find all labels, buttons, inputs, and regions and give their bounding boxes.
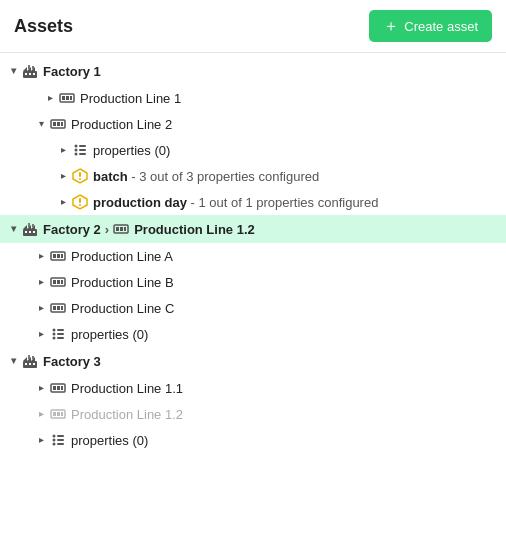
chevron-prodday [56,195,70,209]
page-title: Assets [14,16,73,37]
line-label: Production Line A [71,249,173,264]
list-item[interactable]: Production Line B [0,269,506,295]
chevron-factory1 [6,64,20,78]
batch-icon [72,168,88,184]
list-item[interactable]: Production Line 1 [0,85,506,111]
list-item[interactable]: properties (0) [0,321,506,347]
create-asset-label: Create asset [404,19,478,34]
list-item[interactable]: Production Line 1.1 [0,375,506,401]
chevron-f3l1 [34,381,48,395]
asset-tree: Factory 1 Production Line 1 Production L… [0,53,506,457]
factory2-label: Factory 2 [43,222,101,237]
props-icon [50,432,66,448]
chevron-line1 [43,91,57,105]
prodday-label: production day - 1 out of 1 properties c… [93,195,378,210]
factory-icon-factory2 [22,221,38,237]
props-icon [72,142,88,158]
line-label: Production Line 1.2 [71,407,183,422]
list-item[interactable]: Production Line C [0,295,506,321]
batch-info: - 3 out of 3 properties configured [131,169,319,184]
batch-name: batch [93,169,128,184]
chevron-lineA [34,249,48,263]
factory-icon-factory1 [22,63,38,79]
line-label: Production Line 1 [80,91,181,106]
chevron-lineB [34,275,48,289]
plus-icon: ＋ [383,18,399,34]
line-icon [59,90,75,106]
list-item[interactable]: batch - 3 out of 3 properties configured [0,163,506,189]
list-item[interactable]: properties (0) [0,427,506,453]
breadcrumb-sep: › [105,222,109,237]
batch-label: batch - 3 out of 3 properties configured [93,169,319,184]
line-icon [50,116,66,132]
line-icon [50,274,66,290]
factory-row-factory1[interactable]: Factory 1 [0,57,506,85]
line-label: Production Line C [71,301,174,316]
page-header: Assets ＋ Create asset [0,0,506,53]
chevron-factory3 [6,354,20,368]
chevron-f2props [34,327,48,341]
props-label: properties (0) [93,143,170,158]
list-item[interactable]: production day - 1 out of 1 properties c… [0,189,506,215]
chevron-props [56,143,70,157]
factory3-label: Factory 3 [43,354,101,369]
factory2-breadcrumb-bar[interactable]: Factory 2 › Production Line 1.2 [0,215,506,243]
props-label: properties (0) [71,433,148,448]
chevron-factory2 [6,222,20,236]
prodday-name: production day [93,195,187,210]
chevron-line2 [34,117,48,131]
factory1-label: Factory 1 [43,64,101,79]
line-icon [50,406,66,422]
chevron-lineC [34,301,48,315]
line-icon [50,248,66,264]
prodday-info: - 1 out of 1 properties configured [191,195,379,210]
factory-row-factory3[interactable]: Factory 3 [0,347,506,375]
line-label: Production Line B [71,275,174,290]
line-icon-bc [113,221,129,237]
list-item[interactable]: Production Line A [0,243,506,269]
chevron-f3props [34,433,48,447]
chevron-batch [56,169,70,183]
factory2-bc-item: Factory 2 [43,222,101,237]
line-label: Production Line 1.1 [71,381,183,396]
create-asset-button[interactable]: ＋ Create asset [369,10,492,42]
factory-icon-factory3 [22,353,38,369]
props-label: properties (0) [71,327,148,342]
prodday-icon [72,194,88,210]
list-item[interactable]: properties (0) [0,137,506,163]
line-label: Production Line 2 [71,117,172,132]
props-icon [50,326,66,342]
line-icon [50,300,66,316]
chevron-f3l2 [34,407,48,421]
line-icon [50,380,66,396]
list-item[interactable]: Production Line 1.2 [0,401,506,427]
list-item[interactable]: Production Line 2 [0,111,506,137]
factory2-breadcrumb-line: Production Line 1.2 [134,222,255,237]
